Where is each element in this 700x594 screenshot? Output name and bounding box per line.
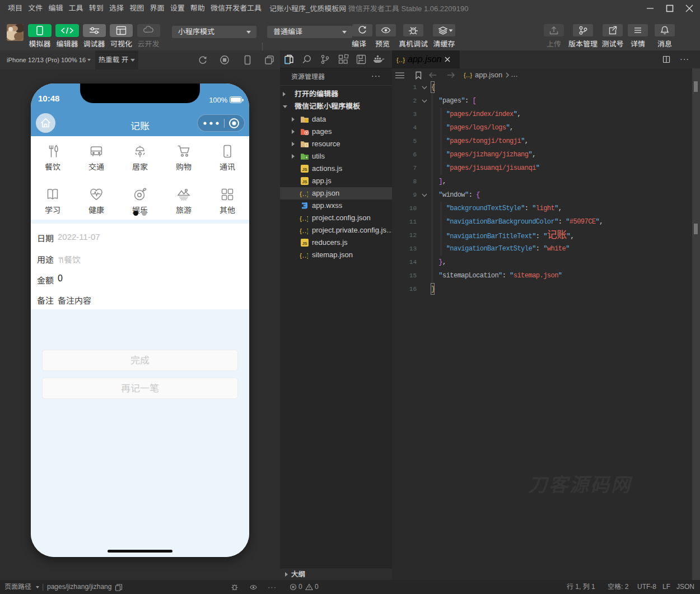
svg-text:{..}: {..}	[300, 253, 308, 259]
svg-text:{..}: {..}	[300, 228, 308, 235]
svg-text:JS: JS	[302, 179, 307, 184]
svg-text:{..}: {..}	[300, 216, 308, 222]
svg-text:{..}: {..}	[300, 191, 308, 198]
svg-text:JS: JS	[302, 241, 307, 246]
svg-text:{..}: {..}	[464, 73, 472, 79]
svg-text:{..}: {..}	[396, 58, 405, 64]
svg-text:JS: JS	[302, 167, 307, 172]
